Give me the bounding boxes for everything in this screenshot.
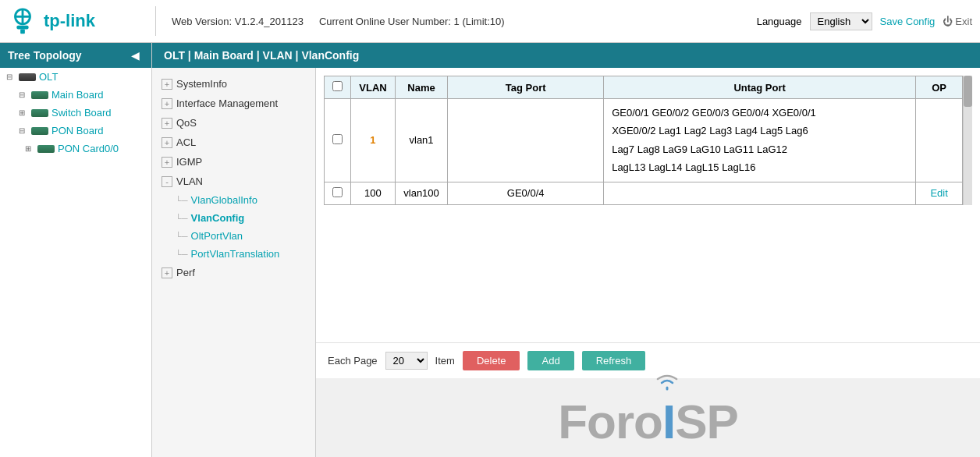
nav-item-acl[interactable]: + ACL	[152, 133, 315, 152]
row1-checkbox-cell	[325, 99, 351, 182]
col-checkbox-header	[325, 76, 351, 99]
power-icon: ⏻	[943, 16, 953, 27]
tree-item-olt[interactable]: ⊟ OLT	[0, 68, 151, 86]
nav-sub-olt-port-vlan[interactable]: OltPortVlan	[152, 227, 315, 245]
foroisp-text: ForoISP	[558, 395, 738, 448]
expand-acl-icon: +	[162, 137, 172, 148]
expand-icon-pon-card: ⊞	[25, 144, 34, 153]
nav-label-qos: QoS	[176, 117, 197, 129]
nav-label-igmp: IGMP	[176, 156, 202, 168]
row2-edit-link[interactable]: Edit	[930, 187, 947, 199]
header-info: Web Version: V1.2.4_201123 Current Onlin…	[156, 16, 757, 27]
expand-icon-olt: ⊟	[6, 73, 16, 81]
row2-checkbox[interactable]	[332, 187, 343, 197]
svg-rect-3	[16, 26, 28, 30]
nav-label-systeminfo: SystemInfo	[176, 78, 227, 90]
expand-vlan-icon: -	[162, 176, 172, 187]
vlan-table: VLAN Name Tag Port Untag Port OP	[324, 76, 963, 205]
sidebar-toggle-button[interactable]: ◀	[127, 49, 144, 62]
row2-vlan-id: 100	[351, 182, 396, 204]
nav-sub-label-port-vlan-translation: PortVlanTranslation	[191, 248, 280, 260]
tree-item-pon-board[interactable]: ⊟ PON Board	[0, 122, 151, 140]
select-all-checkbox[interactable]	[332, 81, 343, 91]
nav-sub-vlan-global[interactable]: VlanGlobalInfo	[152, 191, 315, 209]
sidebar-header: Tree Topology ◀	[0, 43, 151, 68]
olt-device-icon	[19, 73, 36, 81]
pon-board-link[interactable]: PON Board	[51, 125, 103, 136]
save-config-link[interactable]: Save Config	[880, 16, 936, 27]
tplink-logo-icon	[8, 6, 37, 36]
olt-link[interactable]: OLT	[39, 71, 58, 83]
col-tagport-header: Tag Port	[448, 76, 604, 99]
row1-vlan-id: 1	[351, 99, 396, 182]
nav-item-igmp[interactable]: + IGMP	[152, 152, 315, 172]
page-size-select[interactable]: 10 20 50 100	[385, 352, 428, 370]
table-scrollbar[interactable]	[963, 76, 972, 205]
row1-tag-port	[448, 99, 604, 182]
nav-item-interface[interactable]: + Interface Management	[152, 94, 315, 113]
watermark-area: ForoISP	[316, 378, 980, 457]
add-button[interactable]: Add	[527, 351, 573, 370]
nav-sub-port-vlan-translation[interactable]: PortVlanTranslation	[152, 245, 315, 263]
table-row: 100 vlan100 GE0/0/4 Edit	[325, 182, 963, 204]
logo-text: tp-link	[44, 11, 95, 31]
nav-item-vlan[interactable]: - VLAN	[152, 172, 315, 191]
pon-board-icon	[31, 127, 48, 135]
col-vlan-header: VLAN	[351, 76, 396, 99]
col-untagport-header: Untag Port	[604, 76, 916, 99]
delete-button[interactable]: Delete	[463, 351, 520, 370]
language-label: Language	[757, 16, 802, 27]
row1-op	[916, 99, 963, 182]
svg-rect-4	[20, 29, 25, 34]
main-board-icon	[31, 91, 48, 99]
expand-interface-icon: +	[162, 98, 172, 109]
pon-card-icon	[37, 145, 55, 153]
language-select[interactable]: English Chinese	[810, 12, 872, 30]
expand-icon-switch-board: ⊞	[19, 108, 28, 117]
content-body: + SystemInfo + Interface Management + Qo…	[152, 68, 980, 457]
exit-link[interactable]: ⏻ Exit	[943, 16, 972, 27]
expand-qos-icon: +	[162, 118, 172, 129]
header: tp-link Web Version: V1.2.4_201123 Curre…	[0, 0, 980, 43]
nav-sub-label-olt-port-vlan: OltPortVlan	[191, 230, 243, 242]
each-page-label: Each Page	[328, 355, 378, 367]
nav-item-systeminfo[interactable]: + SystemInfo	[152, 74, 315, 94]
switch-board-icon	[31, 109, 48, 117]
expand-perf-icon: +	[162, 267, 172, 278]
scroll-thumb	[964, 76, 972, 107]
left-nav: + SystemInfo + Interface Management + Qo…	[152, 68, 316, 457]
table-controls: Each Page 10 20 50 100 Item Delete Add R…	[316, 342, 980, 378]
tree-item-pon-card[interactable]: ⊞ PON Card0/0	[0, 140, 151, 158]
expand-icon-main-board: ⊟	[19, 90, 28, 99]
pon-card-link[interactable]: PON Card0/0	[58, 143, 119, 154]
expand-systeminfo-icon: +	[162, 79, 172, 90]
breadcrumb: OLT | Main Board | VLAN | VlanConfig	[152, 43, 980, 68]
wifi-icon	[655, 372, 679, 391]
tree-item-main-board[interactable]: ⊟ Main Board	[0, 86, 151, 104]
online-users: Current Online User Number: 1 (Limit:10)	[319, 16, 505, 27]
table-area: VLAN Name Tag Port Untag Port OP	[316, 68, 980, 342]
row2-checkbox-cell	[325, 182, 351, 204]
item-label: Item	[435, 355, 455, 367]
nav-sub-vlan-config[interactable]: VlanConfig	[152, 209, 315, 227]
sidebar-title: Tree Topology	[8, 49, 82, 62]
web-version: Web Version: V1.2.4_201123	[172, 16, 304, 27]
row2-name: vlan100	[395, 182, 447, 204]
row1-checkbox[interactable]	[332, 134, 343, 144]
expand-igmp-icon: +	[162, 157, 172, 168]
expand-icon-pon-board: ⊟	[19, 126, 28, 135]
switch-board-link[interactable]: Switch Board	[51, 107, 112, 119]
row1-untag-port: GE0/0/1 GE0/0/2 GE0/0/3 GE0/0/4 XGE0/0/1…	[604, 99, 916, 182]
nav-item-qos[interactable]: + QoS	[152, 113, 315, 133]
nav-sub-label-vlan-global: VlanGlobalInfo	[191, 194, 257, 206]
nav-item-perf[interactable]: + Perf	[152, 263, 315, 282]
main-container: Tree Topology ◀ ⊟ OLT ⊟ Main Board ⊞ Swi…	[0, 43, 980, 457]
table-row: 1 vlan1 GE0/0/1 GE0/0/2 GE0/0/3 GE0/0/4 …	[325, 99, 963, 182]
content-area: OLT | Main Board | VLAN | VlanConfig + S…	[152, 43, 980, 457]
tree-item-switch-board[interactable]: ⊞ Switch Board	[0, 104, 151, 122]
row2-op: Edit	[916, 182, 963, 204]
nav-label-vlan: VLAN	[176, 175, 203, 187]
refresh-button[interactable]: Refresh	[582, 351, 646, 370]
main-board-link[interactable]: Main Board	[51, 89, 103, 101]
nav-sub-label-vlan-config: VlanConfig	[191, 212, 245, 224]
